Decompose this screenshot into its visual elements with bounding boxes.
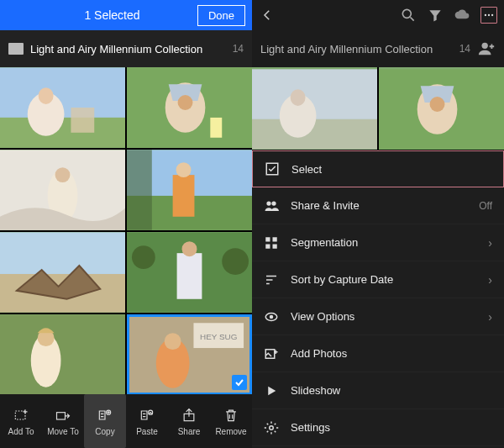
search-icon[interactable] [400, 7, 417, 24]
svg-rect-20 [177, 253, 202, 299]
svg-point-39 [488, 14, 490, 16]
svg-rect-33 [57, 412, 66, 419]
photo-thumb[interactable] [127, 67, 252, 148]
svg-rect-55 [273, 244, 277, 248]
share-state: Off [479, 200, 492, 212]
add-photos-icon [264, 346, 279, 361]
chevron-right-icon: › [488, 310, 492, 324]
selected-check-icon [232, 375, 247, 390]
photo-thumb[interactable] [379, 67, 504, 151]
svg-point-41 [482, 43, 488, 49]
segmentation-icon [264, 235, 279, 250]
eye-icon [264, 309, 279, 324]
photo-thumb[interactable] [0, 232, 125, 313]
remove-button[interactable]: Remove [210, 394, 252, 448]
svg-point-23 [222, 248, 249, 275]
menu-share-invite[interactable]: Share & Invite Off [252, 187, 504, 224]
addto-button[interactable]: Add To [0, 394, 42, 448]
menu-add-photos[interactable]: Add Photos [252, 335, 504, 372]
moveto-button[interactable]: Move To [42, 394, 84, 448]
share-icon [181, 407, 197, 424]
svg-rect-16 [127, 150, 152, 229]
gear-icon [264, 420, 279, 435]
svg-rect-17 [0, 232, 125, 274]
svg-rect-52 [265, 237, 270, 241]
menu-sort[interactable]: Sort by Capture Date › [252, 261, 504, 298]
svg-point-21 [182, 241, 197, 256]
album-header-right: Light and Airy Millennium Collection 14 [252, 30, 504, 67]
svg-rect-54 [265, 244, 270, 248]
menu-pane: Light and Airy Millennium Collection 14 … [252, 0, 504, 448]
album-header: Light and Airy Millennium Collection 14 [0, 30, 252, 67]
chevron-right-icon: › [488, 236, 492, 250]
photo-thumb[interactable] [0, 314, 125, 394]
svg-point-31 [165, 333, 181, 350]
svg-point-22 [132, 245, 155, 269]
menu-segmentation[interactable]: Segmentation › [252, 224, 504, 261]
photo-thumb[interactable] [0, 150, 125, 230]
photo-thumb[interactable] [127, 232, 252, 313]
photo-grid: HEY SUG [0, 67, 252, 394]
paste-icon [139, 407, 155, 424]
svg-point-3 [39, 87, 54, 104]
svg-point-51 [271, 201, 276, 205]
svg-rect-4 [71, 108, 94, 133]
album-icon [8, 43, 24, 55]
menu-view-options[interactable]: View Options › [252, 298, 504, 335]
album-count: 14 [233, 43, 244, 55]
people-icon [264, 198, 279, 213]
moveto-icon [55, 407, 71, 424]
menu-slideshow[interactable]: Slideshow [252, 372, 504, 409]
right-topbar [252, 0, 504, 30]
svg-point-40 [491, 14, 493, 16]
more-icon[interactable] [480, 7, 497, 24]
album-count: 14 [459, 43, 470, 55]
play-icon [264, 383, 279, 398]
album-title: Light and Airy Millennium Collection [260, 43, 453, 55]
addto-icon [13, 407, 29, 424]
svg-rect-24 [0, 314, 125, 394]
copy-button[interactable]: Copy [84, 394, 126, 448]
menu-settings[interactable]: Settings [252, 409, 504, 446]
paste-button[interactable]: Paste [126, 394, 168, 448]
svg-point-11 [55, 167, 71, 182]
selection-topbar: 1 Selected Done [0, 0, 252, 30]
svg-rect-53 [273, 237, 277, 241]
selection-pane: 1 Selected Done Light and Airy Millenniu… [0, 0, 252, 448]
action-bar: Add To Move To Copy Paste Share Remove [0, 394, 252, 448]
share-button[interactable]: Share [168, 394, 210, 448]
menu-select[interactable]: Select [252, 150, 504, 187]
svg-point-48 [430, 97, 445, 112]
svg-point-37 [402, 9, 411, 18]
svg-text:HEY SUG: HEY SUG [200, 332, 237, 341]
chevron-right-icon: › [488, 273, 492, 287]
svg-rect-14 [173, 175, 195, 217]
svg-point-45 [291, 89, 306, 106]
svg-point-57 [270, 314, 274, 319]
album-title: Light and Airy Millennium Collection [30, 43, 226, 55]
svg-point-50 [266, 201, 270, 205]
copy-icon [97, 407, 113, 424]
add-people-icon[interactable] [477, 40, 496, 58]
filter-icon[interactable] [427, 7, 444, 24]
photo-thumb[interactable] [127, 150, 252, 230]
select-icon [265, 161, 280, 177]
photo-thumb[interactable] [0, 67, 125, 148]
svg-point-38 [485, 14, 486, 16]
remove-icon [223, 407, 239, 424]
svg-point-59 [270, 425, 274, 430]
photo-thumb-selected[interactable]: HEY SUG [127, 314, 252, 394]
done-button[interactable]: Done [197, 5, 245, 26]
photo-grid-right [252, 67, 504, 151]
sort-icon [264, 272, 279, 287]
svg-point-15 [176, 162, 192, 177]
photo-thumb[interactable] [252, 67, 377, 151]
svg-rect-8 [210, 118, 222, 138]
context-menu: Select Share & Invite Off Segmentation ›… [252, 150, 504, 448]
back-icon[interactable] [259, 7, 276, 24]
cloud-icon[interactable] [454, 7, 470, 24]
svg-rect-32 [15, 411, 25, 419]
selection-count: 1 Selected [84, 8, 139, 22]
svg-point-7 [178, 95, 193, 110]
